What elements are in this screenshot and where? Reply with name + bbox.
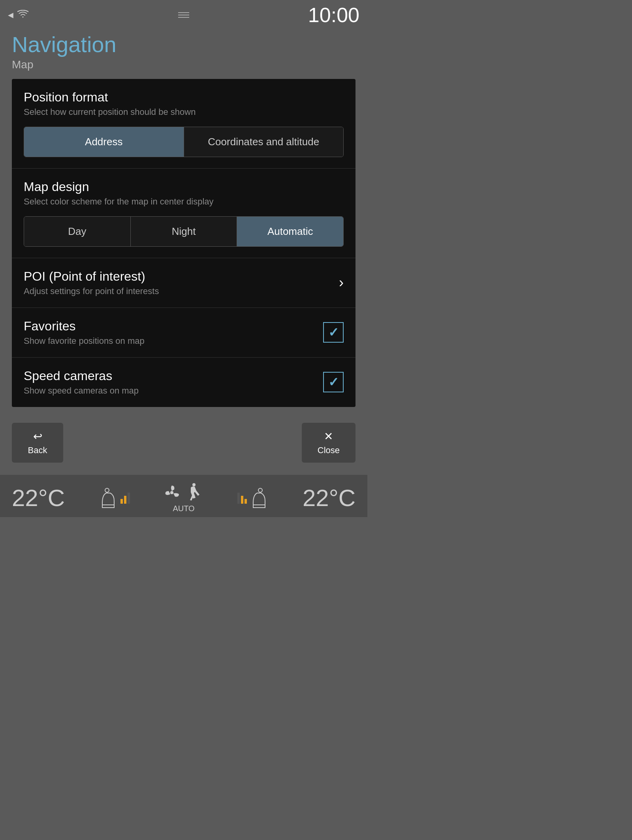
speed-cameras-title: Speed cameras <box>24 369 139 383</box>
svg-point-1 <box>170 491 173 494</box>
seat-heat-bars-left <box>120 493 130 504</box>
temp-right: 22°C <box>303 484 356 512</box>
svg-point-2 <box>192 483 196 486</box>
favorites-title: Favorites <box>24 319 145 334</box>
climate-center: AUTO <box>163 483 204 513</box>
fan-icon <box>163 484 181 501</box>
seat-icon-right <box>249 487 269 509</box>
bottom-bar: ↩ Back ✕ Close <box>0 415 367 471</box>
back-label: Back <box>28 445 47 456</box>
seat-heat-left[interactable] <box>98 487 130 509</box>
recline-icon <box>187 483 204 502</box>
favorites-checkbox[interactable] <box>323 322 344 343</box>
status-icons: ◀ <box>8 10 28 20</box>
map-design-night-btn[interactable]: Night <box>131 217 237 246</box>
map-design-automatic-btn[interactable]: Automatic <box>237 217 343 246</box>
hamburger-menu[interactable] <box>178 12 189 18</box>
position-format-coordinates-btn[interactable]: Coordinates and altitude <box>184 127 344 157</box>
status-bar: ◀ 10:00 <box>0 0 367 28</box>
speed-cameras-item[interactable]: Speed cameras Show speed cameras on map <box>12 358 356 407</box>
poi-item[interactable]: POI (Point of interest) Adjust settings … <box>12 258 356 308</box>
page-title: Navigation <box>12 32 356 57</box>
map-design-day-btn[interactable]: Day <box>24 217 131 246</box>
map-design-title: Map design <box>24 180 344 194</box>
position-format-section: Position format Select how current posit… <box>12 79 356 169</box>
back-icon: ↩ <box>33 430 42 443</box>
close-icon: ✕ <box>324 430 333 443</box>
poi-title: POI (Point of interest) <box>24 269 159 284</box>
seat-heat-right[interactable] <box>237 487 269 509</box>
map-design-section: Map design Select color scheme for the m… <box>12 169 356 258</box>
position-format-address-btn[interactable]: Address <box>24 127 184 157</box>
position-format-title: Position format <box>24 90 344 105</box>
temp-left: 22°C <box>12 484 65 512</box>
clock: 10:00 <box>308 5 359 25</box>
seat-heat-bars-right <box>237 493 247 504</box>
navigation-icon: ◀ <box>8 11 13 19</box>
page-header: Navigation Map <box>0 28 367 79</box>
poi-desc: Adjust settings for point of interests <box>24 286 159 296</box>
svg-point-3 <box>258 488 262 492</box>
svg-point-0 <box>105 488 109 492</box>
favorites-desc: Show favorite positions on map <box>24 336 145 346</box>
position-format-desc: Select how current position should be sh… <box>24 107 344 117</box>
seat-icon-left <box>98 487 118 509</box>
position-format-toggle-group: Address Coordinates and altitude <box>24 127 344 157</box>
content-panel: Position format Select how current posit… <box>12 79 356 407</box>
favorites-item[interactable]: Favorites Show favorite positions on map <box>12 308 356 358</box>
auto-label: AUTO <box>173 504 194 513</box>
poi-chevron-icon: › <box>339 274 344 291</box>
page-subtitle: Map <box>12 58 356 71</box>
climate-bar: 22°C <box>0 475 367 517</box>
map-design-toggle-group: Day Night Automatic <box>24 216 344 247</box>
close-button[interactable]: ✕ Close <box>302 423 356 463</box>
speed-cameras-desc: Show speed cameras on map <box>24 386 139 396</box>
speed-cameras-checkbox[interactable] <box>323 372 344 392</box>
close-label: Close <box>318 445 340 456</box>
map-design-desc: Select color scheme for the map in cente… <box>24 197 344 207</box>
back-button[interactable]: ↩ Back <box>12 423 63 463</box>
wifi-icon <box>17 10 28 20</box>
